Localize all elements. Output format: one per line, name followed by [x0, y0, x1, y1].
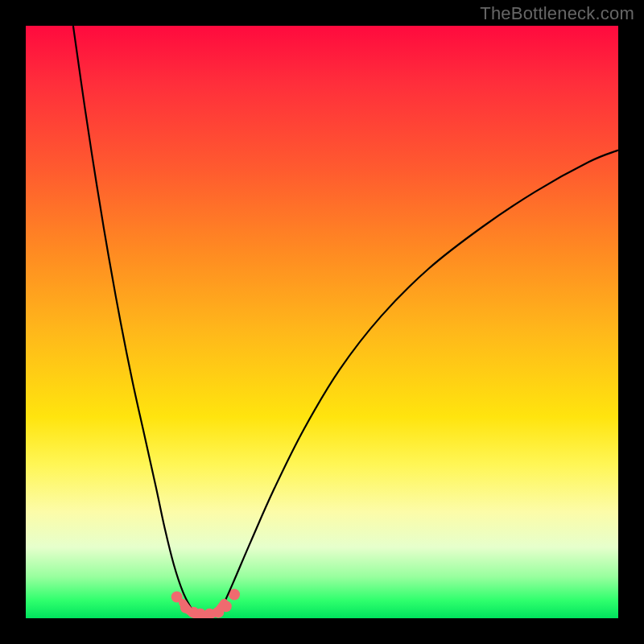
- right-curve: [221, 151, 618, 609]
- left-curve: [73, 26, 192, 609]
- chart-svg: [26, 26, 618, 618]
- valley-floor: [183, 603, 225, 616]
- plot-area: [26, 26, 618, 618]
- chart-frame: TheBottleneck.com: [0, 0, 644, 644]
- watermark-text: TheBottleneck.com: [480, 3, 634, 24]
